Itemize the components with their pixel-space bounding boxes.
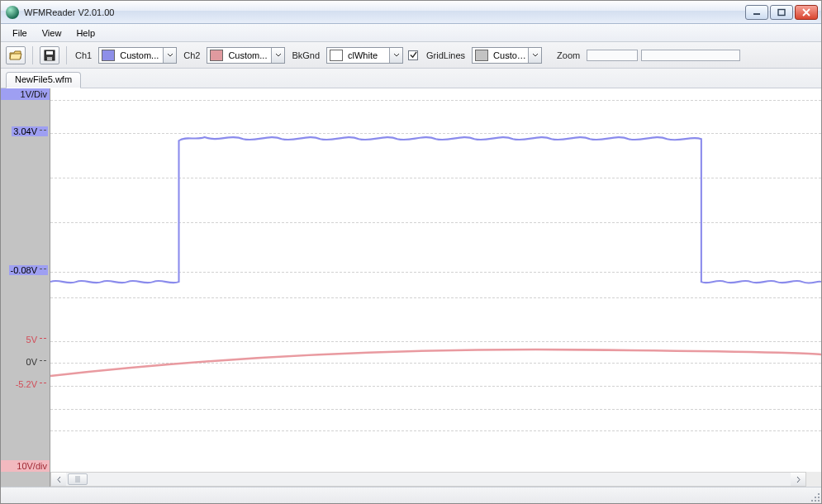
horizontal-scrollbar[interactable] (50, 472, 806, 487)
ch2-high-label: 5V (25, 335, 48, 345)
ch2-label: Ch2 (182, 50, 202, 60)
ch1-label: Ch1 (74, 50, 93, 60)
zoom-track-left[interactable] (587, 50, 638, 61)
zoom-label: Zoom (555, 50, 582, 60)
maximize-button[interactable] (770, 5, 793, 20)
menu-file[interactable]: File (6, 26, 34, 40)
ch2-low-label: -5.2V (14, 379, 48, 389)
y-axis: 1V/Div 3.04V -0.08V 5V 0V -5.2V 10V/div (1, 88, 50, 472)
scroll-right-button[interactable] (791, 473, 805, 486)
bkgnd-label: BkGnd (290, 50, 321, 60)
ch1-trace (50, 137, 821, 283)
statusbar (1, 487, 821, 503)
save-icon (44, 50, 55, 61)
chevron-down-icon (532, 53, 539, 58)
grid-combo-text: Custom... (492, 50, 528, 60)
checkmark-icon (410, 51, 417, 59)
ch2-trace (50, 349, 821, 376)
chevron-down-icon (393, 53, 400, 58)
gridlines-label: GridLines (425, 50, 467, 60)
titlebar: WFMReader V2.01.00 (1, 1, 821, 24)
grid-swatch (475, 50, 488, 61)
waveforms (50, 88, 821, 472)
ch1-high-label: 3.04V (12, 126, 48, 136)
plot-canvas[interactable] (50, 88, 821, 472)
zoom-track-right[interactable] (641, 50, 740, 61)
window-buttons (745, 5, 818, 20)
close-button[interactable] (795, 5, 818, 20)
plot-region: 1V/Div 3.04V -0.08V 5V 0V -5.2V 10V/div (1, 88, 821, 487)
save-button[interactable] (40, 46, 59, 64)
ch2-swatch (210, 50, 223, 61)
bkgnd-color-combo[interactable]: clWhite (326, 47, 403, 64)
ch2-combo-drop[interactable] (271, 48, 284, 63)
file-tab[interactable]: NewFile5.wfm (6, 72, 81, 88)
ch1-combo-drop[interactable] (163, 48, 176, 63)
menubar: File View Help (1, 24, 821, 42)
open-icon (9, 50, 22, 61)
bkgnd-combo-text: clWhite (346, 50, 389, 60)
menu-view[interactable]: View (36, 26, 69, 40)
ch2-color-combo[interactable]: Custom... (207, 47, 285, 64)
ch1-color-combo[interactable]: Custom... (98, 47, 177, 64)
ch1-div-label: 1V/Div (1, 88, 50, 100)
window-title: WFMReader V2.01.00 (24, 7, 745, 17)
scroll-left-button[interactable] (51, 473, 66, 486)
ch2-combo-text: Custom... (226, 50, 271, 60)
zoom-slider[interactable] (587, 50, 740, 61)
chevron-right-icon (796, 476, 801, 483)
gridlines-checkbox[interactable] (408, 50, 418, 60)
app-icon (6, 6, 19, 19)
ch2-div-label: 10V/div (1, 460, 50, 472)
ch1-swatch (102, 50, 115, 61)
bkgnd-combo-drop[interactable] (389, 48, 402, 63)
menu-help[interactable]: Help (69, 26, 102, 40)
ch2-zero-label: 0V (25, 357, 48, 367)
grid-color-combo[interactable]: Custom... (472, 47, 542, 64)
svg-rect-1 (778, 9, 785, 15)
chevron-down-icon (167, 53, 173, 58)
svg-rect-4 (47, 57, 52, 60)
open-button[interactable] (6, 46, 26, 64)
minimize-button[interactable] (745, 5, 768, 20)
toolbar: Ch1 Custom... Ch2 Custom... BkGnd clWhit… (1, 42, 821, 69)
chevron-down-icon (275, 53, 282, 58)
scroll-thumb[interactable] (68, 473, 88, 485)
svg-rect-3 (46, 51, 53, 55)
ch1-low-label: -0.08V (9, 265, 48, 275)
chevron-left-icon (56, 476, 62, 483)
tabstrip: NewFile5.wfm (1, 69, 821, 88)
bkgnd-swatch (330, 50, 343, 61)
hscroll-row (1, 472, 821, 487)
ch1-combo-text: Custom... (118, 50, 163, 60)
resize-grip[interactable] (810, 492, 820, 502)
scroll-track[interactable] (66, 473, 791, 486)
grid-combo-drop[interactable] (528, 48, 541, 63)
